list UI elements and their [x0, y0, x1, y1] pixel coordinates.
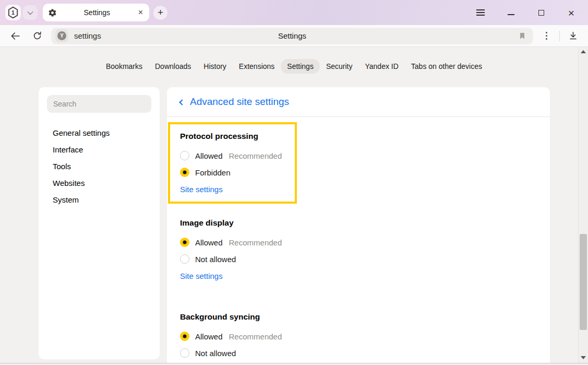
- sidebar-item-websites[interactable]: Websites: [53, 174, 151, 191]
- option-label: Allowed: [195, 332, 223, 341]
- close-icon: ×: [568, 7, 574, 18]
- site-settings-link[interactable]: Site settings: [180, 185, 223, 194]
- tab-title: Settings: [57, 8, 137, 17]
- maximize-icon: [538, 10, 544, 16]
- sidebar-item-tools[interactable]: Tools: [53, 158, 151, 174]
- back-arrow-icon: [10, 31, 20, 41]
- url-text: settings: [74, 31, 101, 40]
- bookmark-button[interactable]: [515, 29, 529, 43]
- protect-icon: Y: [57, 31, 66, 40]
- new-tab-button[interactable]: +: [153, 6, 167, 20]
- tab-strip: 1 Settings × + ×: [0, 0, 588, 25]
- tab-count: 1: [5, 5, 21, 20]
- radio-option-forbidden[interactable]: Forbidden: [180, 164, 285, 181]
- toolbar-divider: [559, 31, 560, 41]
- scroll-thumb[interactable]: [580, 234, 587, 330]
- chevron-down-icon: [27, 9, 33, 15]
- window-controls: ×: [473, 5, 588, 20]
- tab-close-button[interactable]: ×: [137, 8, 144, 17]
- tab-counter-button[interactable]: 1: [5, 5, 21, 20]
- recommended-note: Recommended: [229, 151, 282, 160]
- minimize-icon: [508, 14, 514, 15]
- maximize-button[interactable]: [534, 5, 548, 20]
- kebab-icon: [546, 32, 547, 40]
- section-image-display: Image display Allowed Recommended Not al…: [180, 204, 537, 281]
- window-bottom-edge: [0, 363, 588, 365]
- back-to-websites-header[interactable]: Advanced site settings: [167, 87, 550, 117]
- recommended-note: Recommended: [229, 238, 282, 247]
- hamburger-icon: [476, 9, 485, 16]
- radio-option-allowed[interactable]: Allowed Recommended: [180, 234, 537, 251]
- nav-tab-extensions[interactable]: Extensions: [233, 59, 281, 74]
- nav-tab-downloads[interactable]: Downloads: [149, 59, 197, 74]
- toolbar: Y settings Settings: [0, 25, 588, 47]
- section-title: Protocol processing: [180, 132, 285, 141]
- minimize-button[interactable]: [503, 5, 518, 20]
- radio-button[interactable]: [180, 238, 189, 247]
- nav-tab-security[interactable]: Security: [320, 59, 359, 74]
- reload-button[interactable]: [29, 28, 45, 44]
- radio-button[interactable]: [180, 151, 189, 160]
- page-heading: Advanced site settings: [190, 96, 289, 108]
- close-window-button[interactable]: ×: [564, 5, 579, 20]
- option-label: Allowed: [195, 238, 223, 247]
- browser-window: 1 Settings × + ×: [0, 0, 588, 365]
- option-label: Not allowed: [195, 349, 236, 358]
- reload-icon: [32, 31, 42, 41]
- more-actions-button[interactable]: [538, 28, 554, 44]
- radio-button[interactable]: [180, 168, 189, 177]
- radio-option-not-allowed[interactable]: Not allowed: [180, 345, 537, 361]
- scroll-down-button[interactable]: [581, 356, 586, 359]
- browser-menu-button[interactable]: [473, 5, 488, 20]
- scrollbar[interactable]: [578, 47, 588, 363]
- nav-tab-history[interactable]: History: [197, 59, 233, 74]
- nav-tab-settings[interactable]: Settings: [281, 59, 320, 74]
- recommended-note: Recommended: [229, 332, 282, 341]
- settings-nav-tabs: Bookmarks Downloads History Extensions S…: [0, 47, 588, 74]
- panel-body: Protocol processing Allowed Recommended …: [167, 117, 550, 363]
- scroll-up-button[interactable]: [581, 50, 586, 53]
- nav-tab-other-devices[interactable]: Tabs on other devices: [405, 59, 488, 74]
- option-label: Not allowed: [195, 255, 236, 264]
- site-settings-link[interactable]: Site settings: [180, 272, 223, 280]
- sidebar-list: General settings Interface Tools Website…: [47, 124, 151, 208]
- main-panel: Advanced site settings Protocol processi…: [167, 87, 550, 363]
- nav-tab-yandex-id[interactable]: Yandex ID: [358, 59, 404, 74]
- browser-tab-settings[interactable]: Settings ×: [43, 4, 149, 21]
- protect-badge[interactable]: Y: [55, 29, 68, 42]
- option-label: Forbidden: [195, 168, 231, 177]
- nav-tab-bookmarks[interactable]: Bookmarks: [100, 59, 149, 74]
- radio-option-allowed[interactable]: Allowed Recommended: [180, 328, 537, 345]
- section-title: Image display: [180, 218, 537, 228]
- search-input[interactable]: [47, 95, 151, 113]
- sidebar: General settings Interface Tools Website…: [39, 87, 160, 359]
- page-title: Settings: [51, 31, 533, 40]
- sidebar-item-general-settings[interactable]: General settings: [53, 124, 151, 141]
- sidebar-item-interface[interactable]: Interface: [53, 141, 151, 158]
- option-label: Allowed: [195, 151, 223, 160]
- radio-button[interactable]: [180, 254, 189, 264]
- tab-list-dropdown-button[interactable]: [23, 5, 38, 20]
- radio-button[interactable]: [180, 332, 189, 341]
- radio-button[interactable]: [180, 348, 189, 358]
- radio-option-allowed[interactable]: Allowed Recommended: [180, 147, 285, 164]
- bookmark-icon: [518, 31, 526, 41]
- sidebar-item-system[interactable]: System: [53, 191, 151, 208]
- settings-page: Bookmarks Downloads History Extensions S…: [0, 47, 588, 363]
- radio-option-not-allowed[interactable]: Not allowed: [180, 251, 537, 267]
- section-title: Background syncing: [180, 312, 537, 322]
- address-bar[interactable]: Y settings Settings: [51, 28, 533, 44]
- section-background-syncing: Background syncing Allowed Recommended N…: [180, 298, 537, 363]
- section-protocol-processing: Protocol processing Allowed Recommended …: [168, 122, 297, 204]
- back-button[interactable]: [7, 28, 23, 44]
- chevron-left-icon: [179, 99, 185, 105]
- downloads-button[interactable]: [565, 28, 581, 44]
- gear-icon: [48, 8, 57, 17]
- download-icon: [568, 31, 578, 41]
